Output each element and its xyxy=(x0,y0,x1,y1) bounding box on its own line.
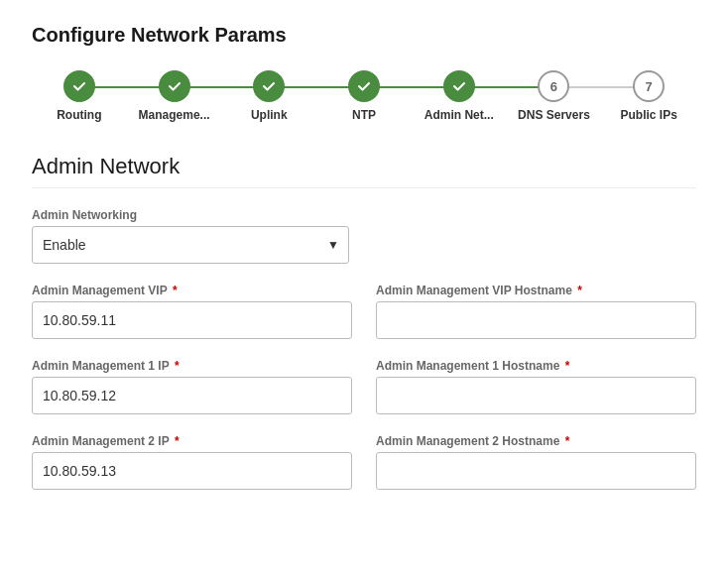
mgmt2-ip-required: * xyxy=(172,434,180,448)
vip-hostname-required: * xyxy=(574,284,582,297)
step-ntp: NTP xyxy=(316,70,412,122)
vip-row: Admin Management VIP * Admin Management … xyxy=(32,284,696,339)
vip-ip-label: Admin Management VIP * xyxy=(32,284,352,297)
mgmt2-ip-group: Admin Management 2 IP * xyxy=(32,434,352,490)
mgmt1-ip-group: Admin Management 1 IP * xyxy=(32,359,352,414)
admin-networking-select[interactable]: Enable Disable xyxy=(32,226,349,264)
mgmt1-hostname-required: * xyxy=(561,359,569,373)
step-number-public-ips: 7 xyxy=(646,79,653,94)
vip-hostname-input[interactable] xyxy=(376,301,696,339)
mgmt1-ip-input[interactable] xyxy=(32,377,352,414)
mgmt2-hostname-group: Admin Management 2 Hostname * xyxy=(376,434,696,490)
step-circle-admin-net xyxy=(443,70,475,102)
step-circle-public-ips: 7 xyxy=(633,70,665,102)
step-dns-servers: 6 DNS Servers xyxy=(507,70,602,122)
step-label-public-ips: Public IPs xyxy=(620,108,676,122)
stepper: Routing Manageme... Uplink NTP xyxy=(32,70,696,122)
step-label-ntp: NTP xyxy=(352,108,376,122)
step-management: Manageme... xyxy=(127,70,222,122)
mgmt1-ip-label: Admin Management 1 IP * xyxy=(32,359,352,373)
vip-ip-required: * xyxy=(170,284,178,297)
mgmt2-hostname-input[interactable] xyxy=(376,452,696,490)
step-routing: Routing xyxy=(32,70,127,122)
step-circle-routing xyxy=(63,70,95,102)
step-public-ips: 7 Public IPs xyxy=(601,70,696,122)
step-circle-ntp xyxy=(348,70,380,102)
step-uplink: Uplink xyxy=(221,70,316,122)
mgmt1-hostname-input[interactable] xyxy=(376,377,696,414)
page-title: Configure Network Params xyxy=(32,24,696,47)
vip-hostname-label: Admin Management VIP Hostname * xyxy=(376,284,696,297)
mgmt1-row: Admin Management 1 IP * Admin Management… xyxy=(32,359,696,414)
section-title: Admin Network xyxy=(32,154,696,188)
mgmt2-hostname-required: * xyxy=(561,434,569,448)
step-label-admin-net: Admin Net... xyxy=(425,108,494,122)
mgmt2-ip-label: Admin Management 2 IP * xyxy=(32,434,352,448)
step-label-management: Manageme... xyxy=(139,108,210,122)
admin-networking-group: Admin Networking Enable Disable ▼ xyxy=(32,208,696,264)
mgmt2-hostname-label: Admin Management 2 Hostname * xyxy=(376,434,696,448)
step-circle-dns: 6 xyxy=(538,70,569,102)
mgmt1-hostname-group: Admin Management 1 Hostname * xyxy=(376,359,696,414)
mgmt2-row: Admin Management 2 IP * Admin Management… xyxy=(32,434,696,490)
step-circle-management xyxy=(159,70,190,102)
admin-networking-label: Admin Networking xyxy=(32,208,696,222)
step-label-dns: DNS Servers xyxy=(518,108,590,122)
vip-ip-input[interactable] xyxy=(32,301,352,339)
mgmt2-ip-input[interactable] xyxy=(32,452,352,490)
step-admin-net: Admin Net... xyxy=(412,70,507,122)
admin-networking-select-wrapper: Enable Disable ▼ xyxy=(32,226,349,264)
mgmt1-hostname-label: Admin Management 1 Hostname * xyxy=(376,359,696,373)
vip-hostname-group: Admin Management VIP Hostname * xyxy=(376,284,696,339)
step-label-routing: Routing xyxy=(57,108,101,122)
vip-ip-group: Admin Management VIP * xyxy=(32,284,352,339)
step-number-dns: 6 xyxy=(550,79,557,94)
mgmt1-ip-required: * xyxy=(172,359,180,373)
step-label-uplink: Uplink xyxy=(251,108,288,122)
step-circle-uplink xyxy=(253,70,285,102)
